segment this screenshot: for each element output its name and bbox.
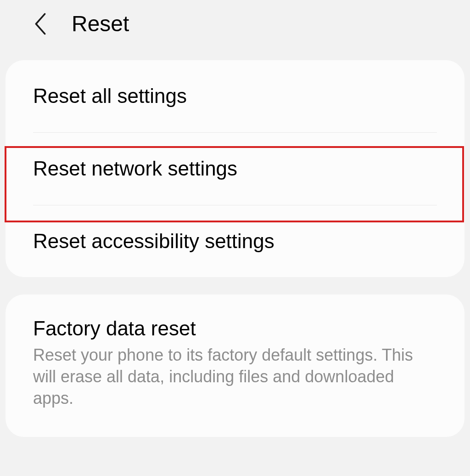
list-item-subtitle: Reset your phone to its factory default … [33, 345, 437, 409]
factory-data-reset-item[interactable]: Factory data reset Reset your phone to i… [6, 295, 464, 436]
list-item-label: Reset accessibility settings [33, 229, 437, 254]
page-header: Reset [0, 0, 470, 47]
reset-accessibility-settings-item[interactable]: Reset accessibility settings [6, 205, 464, 278]
back-icon[interactable] [32, 12, 49, 36]
page-title: Reset [72, 11, 129, 36]
reset-all-settings-item[interactable]: Reset all settings [6, 60, 464, 132]
list-item-label: Factory data reset [33, 317, 437, 341]
reset-options-card: Reset all settings Reset network setting… [6, 60, 464, 277]
list-item-label: Reset all settings [33, 84, 437, 108]
reset-network-settings-item[interactable]: Reset network settings [6, 133, 464, 205]
factory-reset-card: Factory data reset Reset your phone to i… [6, 295, 464, 436]
list-item-label: Reset network settings [33, 157, 437, 181]
